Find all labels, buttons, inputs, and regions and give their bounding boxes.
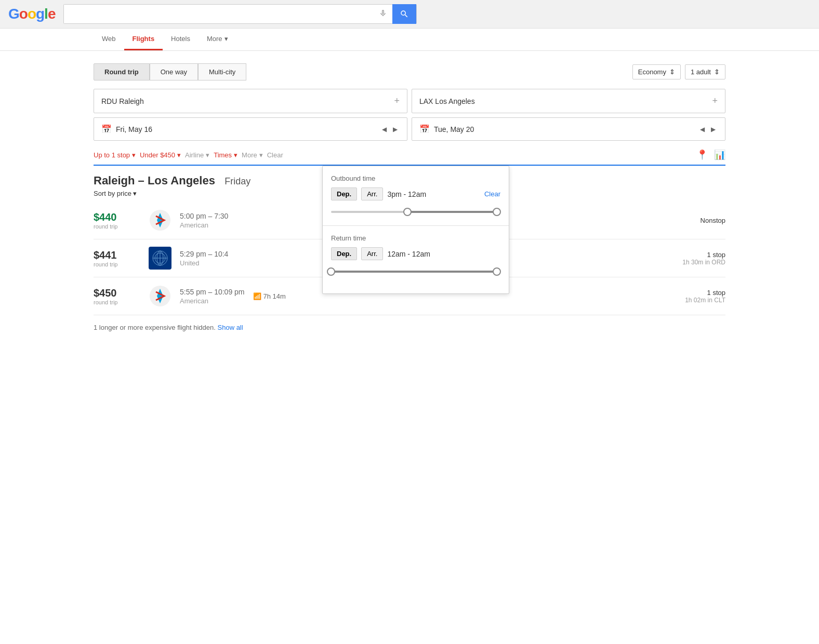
return-dep-button[interactable]: Dep. <box>331 247 357 260</box>
return-arr-button[interactable]: Arr. <box>361 247 383 260</box>
airline-filter[interactable]: Airline ▾ <box>185 151 209 159</box>
trip-options-right: Economy ⇕ 1 adult ⇕ <box>632 64 725 79</box>
updown-icon: ⇕ <box>669 68 675 76</box>
return-section: Return time Dep. Arr. 12am - 12am <box>331 234 500 277</box>
divider <box>323 225 509 226</box>
destination-input[interactable]: LAX Los Angeles + <box>412 89 725 113</box>
return-date-input[interactable]: 📅 Tue, May 20 ◀ ▶ <box>412 117 725 141</box>
times-filter[interactable]: Times ▾ <box>214 151 237 159</box>
slider-track <box>331 211 500 213</box>
flight-price-1: $440 round trip <box>94 211 140 230</box>
search-bar <box>63 4 417 24</box>
times-dropdown: Outbound time Dep. Arr. 3pm - 12am Clear <box>322 166 509 294</box>
flight-stops-1: Nonstop <box>701 217 725 224</box>
return-slider[interactable] <box>331 266 500 277</box>
stops-chevron: ▾ <box>132 151 136 159</box>
flight-price-3: $450 round trip <box>94 287 140 305</box>
outbound-dep-arr-row: Dep. Arr. 3pm - 12am Clear <box>331 187 500 200</box>
trip-type-row: Round trip One way Multi-city Economy ⇕ … <box>94 63 725 81</box>
show-all-link[interactable]: Show all <box>218 324 243 331</box>
more-filter[interactable]: More ▾ <box>242 151 263 159</box>
flight-stops-2: 1 stop 1h 30m in ORD <box>682 251 725 266</box>
flight-info-1: 5:00 pm – 7:30 American <box>180 212 242 229</box>
tab-web[interactable]: Web <box>94 29 124 50</box>
main-content: Round trip One way Multi-city Economy ⇕ … <box>0 51 819 352</box>
return-slider-right[interactable] <box>493 267 501 276</box>
filter-icons: 📍 📊 <box>696 149 725 160</box>
header: Google <box>0 0 819 29</box>
slider-handle-left[interactable] <box>403 208 412 216</box>
filter-row: Up to 1 stop ▾ Under $450 ▾ Airline ▾ Ti… <box>94 145 725 166</box>
flight-stops-3: 1 stop 1h 02m in CLT <box>685 289 725 304</box>
hidden-notice: 1 longer or more expensive flight hidden… <box>94 315 725 340</box>
tab-more[interactable]: More ▾ <box>199 29 236 50</box>
flight-price-2: $441 round trip <box>94 249 140 267</box>
nav-tabs: Web Flights Hotels More ▾ <box>0 29 819 51</box>
stops-filter[interactable]: Up to 1 stop ▾ <box>94 151 136 159</box>
origin-input[interactable]: RDU Raleigh + <box>94 89 407 113</box>
results-title: Raleigh – Los Angeles Friday <box>94 174 250 187</box>
add-destination-icon: + <box>712 96 718 106</box>
depart-prev-arrow[interactable]: ◀ <box>380 125 389 134</box>
mic-button[interactable] <box>374 7 392 21</box>
add-origin-icon: + <box>394 96 400 106</box>
return-slider-left[interactable] <box>327 267 335 276</box>
updown-icon2: ⇕ <box>714 68 720 76</box>
depart-date-input[interactable]: 📅 Fri, May 16 ◀ ▶ <box>94 117 407 141</box>
outbound-arr-button[interactable]: Arr. <box>361 187 383 200</box>
return-next-arrow[interactable]: ▶ <box>709 125 718 134</box>
flight-info-3: 5:55 pm – 10:09 pm American <box>180 288 245 305</box>
airline-logo-1 <box>149 209 171 232</box>
outbound-dep-button[interactable]: Dep. <box>331 187 357 200</box>
google-logo: Google <box>8 6 55 22</box>
location-row: RDU Raleigh + LAX Los Angeles + <box>94 89 725 113</box>
return-date-nav: ◀ ▶ <box>698 125 718 134</box>
wifi-icon: 📶 <box>253 292 261 300</box>
price-chevron: ▾ <box>177 151 181 159</box>
flight-wifi-3: 📶 7h 14m <box>253 292 295 300</box>
return-slider-fill <box>331 271 500 273</box>
return-time-range: 12am - 12am <box>387 250 430 258</box>
passengers-select[interactable]: 1 adult ⇕ <box>685 64 725 79</box>
airline-chevron: ▾ <box>206 151 209 159</box>
more-chevron: ▾ <box>259 151 263 159</box>
date-row: 📅 Fri, May 16 ◀ ▶ 📅 Tue, May 20 ◀ ▶ <box>94 117 725 141</box>
return-slider-track <box>331 271 500 273</box>
slider-fill <box>407 211 500 213</box>
flight-info-2: 5:29 pm – 10:4 United <box>180 250 242 267</box>
calendar-icon-depart: 📅 <box>101 124 112 134</box>
location-icon[interactable]: 📍 <box>696 149 708 160</box>
price-filter[interactable]: Under $450 ▾ <box>140 151 181 159</box>
sort-by-price[interactable]: Sort by price ▾ <box>94 190 137 197</box>
search-button[interactable] <box>392 4 416 24</box>
results-area: Raleigh – Los Angeles Friday Sort by pri… <box>94 166 725 340</box>
airline-logo-3 <box>149 285 171 307</box>
slider-handle-right[interactable] <box>493 208 501 216</box>
search-input[interactable] <box>64 5 374 23</box>
clear-filter[interactable]: Clear <box>267 151 283 159</box>
outbound-time-range: 3pm - 12am <box>387 190 426 198</box>
chevron-down-icon: ▾ <box>224 35 228 43</box>
return-title: Return time <box>331 234 500 242</box>
calendar-icon-return: 📅 <box>419 124 430 134</box>
outbound-clear-link[interactable]: Clear <box>484 190 500 198</box>
one-way-button[interactable]: One way <box>150 63 198 81</box>
chart-icon[interactable]: 📊 <box>714 149 725 160</box>
outbound-title: Outbound time <box>331 175 500 182</box>
multi-city-button[interactable]: Multi-city <box>198 63 246 81</box>
outbound-section: Outbound time Dep. Arr. 3pm - 12am Clear <box>331 175 500 217</box>
outbound-slider[interactable] <box>331 207 500 217</box>
depart-date-nav: ◀ ▶ <box>380 125 400 134</box>
airline-logo-2 <box>149 247 171 270</box>
return-dep-arr-row: Dep. Arr. 12am - 12am <box>331 247 500 260</box>
tab-hotels[interactable]: Hotels <box>163 29 199 50</box>
return-prev-arrow[interactable]: ◀ <box>698 125 707 134</box>
sort-chevron: ▾ <box>133 190 137 197</box>
round-trip-button[interactable]: Round trip <box>94 63 150 81</box>
tab-flights[interactable]: Flights <box>124 29 163 50</box>
times-chevron: ▾ <box>234 151 237 159</box>
cabin-select[interactable]: Economy ⇕ <box>632 64 681 79</box>
depart-next-arrow[interactable]: ▶ <box>391 125 400 134</box>
